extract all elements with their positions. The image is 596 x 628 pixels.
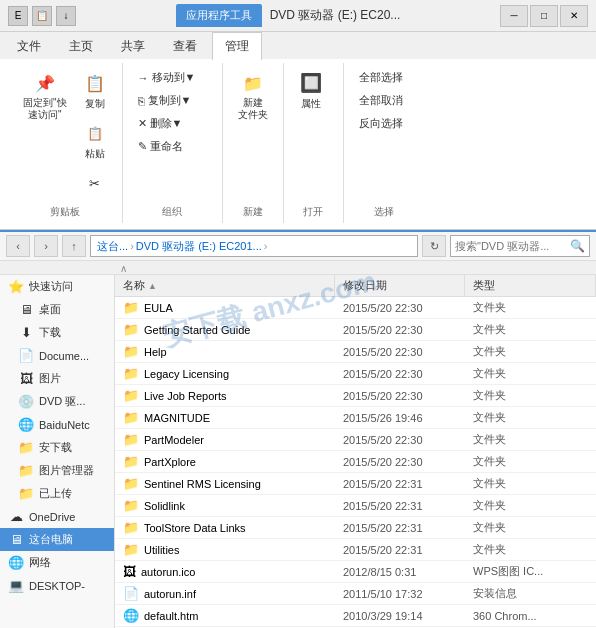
file-list: 名称 ▲ 修改日期 类型 📁 EULA 2015/5/20 22:30 文件夹 … <box>115 275 596 628</box>
delete-button[interactable]: ✕ 删除▼ <box>131 113 214 134</box>
rename-button[interactable]: ✎ 重命名 <box>131 136 214 157</box>
address-box[interactable]: 这台... › DVD 驱动器 (E:) EC201... › <box>90 235 418 257</box>
col-header-name[interactable]: 名称 ▲ <box>115 275 335 296</box>
file-type: WPS图图 IC... <box>465 564 596 579</box>
file-name: Legacy Licensing <box>144 368 229 380</box>
up-button[interactable]: ↑ <box>62 235 86 257</box>
col-header-date[interactable]: 修改日期 <box>335 275 465 296</box>
table-row[interactable]: 📄 autorun.inf 2011/5/10 17:32 安装信息 <box>115 583 596 605</box>
sidebar-label-desktop-pc: DESKTOP- <box>29 580 85 592</box>
tab-share[interactable]: 共享 <box>108 32 158 60</box>
address-sep-1: › <box>130 240 134 252</box>
maximize-button[interactable]: □ <box>530 5 558 27</box>
table-row[interactable]: 📁 ToolStore Data Links 2015/5/20 22:31 文… <box>115 517 596 539</box>
file-type: 文件夹 <box>465 520 596 535</box>
sidebar-item-onedrive[interactable]: ☁ OneDrive <box>0 505 114 528</box>
file-date: 2015/5/20 22:30 <box>335 368 465 380</box>
ribbon-content: 📌 固定到"快速访问" 📋 复制 📋 粘贴 ✂ <box>0 59 596 230</box>
table-row[interactable]: 📁 Solidlink 2015/5/20 22:31 文件夹 <box>115 495 596 517</box>
sidebar-item-baidu[interactable]: 🌐 BaiduNetc <box>0 413 114 436</box>
table-row[interactable]: 📁 Live Job Reports 2015/5/20 22:30 文件夹 <box>115 385 596 407</box>
sidebar-item-pictures[interactable]: 🖼 图片 <box>0 367 114 390</box>
minimize-button[interactable]: ─ <box>500 5 528 27</box>
close-button[interactable]: ✕ <box>560 5 588 27</box>
sidebar-item-documents[interactable]: 📄 Docume... <box>0 344 114 367</box>
file-date: 2015/5/20 22:30 <box>335 434 465 446</box>
paste-button[interactable]: 📋 粘贴 <box>76 117 114 165</box>
file-list-header: 名称 ▲ 修改日期 类型 <box>115 275 596 297</box>
table-row[interactable]: 🌐 default.htm 2010/3/29 19:14 360 Chrom.… <box>115 605 596 627</box>
table-row[interactable]: 📁 Legacy Licensing 2015/5/20 22:30 文件夹 <box>115 363 596 385</box>
thispc-icon: 🖥 <box>8 532 24 547</box>
paste-label: 粘贴 <box>85 147 105 161</box>
file-name: PartXplore <box>144 456 196 468</box>
copy-button[interactable]: 📋 复制 <box>76 67 114 115</box>
sidebar-label-pictures: 图片 <box>39 371 61 386</box>
sidebar-item-quick-access[interactable]: ⭐ 快速访问 <box>0 275 114 298</box>
sidebar-label-onedrive: OneDrive <box>29 511 75 523</box>
table-row[interactable]: 📁 PartModeler 2015/5/20 22:30 文件夹 <box>115 429 596 451</box>
file-name: MAGNITUDE <box>144 412 210 424</box>
properties-label: 属性 <box>301 97 321 111</box>
table-row[interactable]: 🖼 autorun.ico 2012/8/15 0:31 WPS图图 IC... <box>115 561 596 583</box>
copy-to-button[interactable]: ⎘ 复制到▼ <box>131 90 214 111</box>
tab-home[interactable]: 主页 <box>56 32 106 60</box>
quick-access-icon2[interactable]: ↓ <box>56 6 76 26</box>
back-button[interactable]: ‹ <box>6 235 30 257</box>
file-date: 2012/8/15 0:31 <box>335 566 465 578</box>
table-row[interactable]: 📁 Utilities 2015/5/20 22:31 文件夹 <box>115 539 596 561</box>
folder-icon: 📁 <box>123 322 139 337</box>
sidebar-item-desktop[interactable]: 🖥 桌面 <box>0 298 114 321</box>
network-icon: 🌐 <box>8 555 24 570</box>
file-type: 安装信息 <box>465 586 596 601</box>
invert-select-button[interactable]: 反向选择 <box>352 113 416 134</box>
sidebar-item-thispc[interactable]: 🖥 这台电脑 <box>0 528 114 551</box>
table-row[interactable]: 📁 Help 2015/5/20 22:30 文件夹 <box>115 341 596 363</box>
search-input[interactable] <box>455 240 567 252</box>
new-folder-icon: 📁 <box>241 71 265 95</box>
file-name: autorun.inf <box>144 588 196 600</box>
select-all-button[interactable]: 全部选择 <box>352 67 416 88</box>
tab-view[interactable]: 查看 <box>160 32 210 60</box>
move-to-button[interactable]: → 移动到▼ <box>131 67 214 88</box>
table-row[interactable]: 📁 PartXplore 2015/5/20 22:30 文件夹 <box>115 451 596 473</box>
sidebar-item-picmgr[interactable]: 📁 图片管理器 <box>0 459 114 482</box>
sidebar-item-network[interactable]: 🌐 网络 <box>0 551 114 574</box>
sidebar-label-andl: 安下载 <box>39 440 72 455</box>
pin-button[interactable]: 📌 固定到"快速访问" <box>16 67 74 125</box>
table-row[interactable]: 📁 MAGNITUDE 2015/5/26 19:46 文件夹 <box>115 407 596 429</box>
title-bar: E 📋 ↓ 应用程序工具 DVD 驱动器 (E:) EC20... ─ □ ✕ <box>0 0 596 32</box>
table-row[interactable]: 📁 Sentinel RMS Licensing 2015/5/20 22:31… <box>115 473 596 495</box>
app-tool-tab: 应用程序工具 <box>176 4 262 27</box>
sidebar-item-dvd[interactable]: 💿 DVD 驱... <box>0 390 114 413</box>
folder-icon: 📁 <box>123 388 139 403</box>
sidebar: ⭐ 快速访问 🖥 桌面 ⬇ 下载 📄 Docume... 🖼 图片 💿 DVD … <box>0 275 115 628</box>
deselect-all-button[interactable]: 全部取消 <box>352 90 416 111</box>
col-date-label: 修改日期 <box>343 278 387 293</box>
image-icon: 🖼 <box>123 564 136 579</box>
forward-button[interactable]: › <box>34 235 58 257</box>
window-title: DVD 驱动器 (E:) EC20... <box>270 7 401 24</box>
search-box[interactable]: 🔍 <box>450 235 590 257</box>
tab-file[interactable]: 文件 <box>4 32 54 60</box>
sidebar-item-andl[interactable]: 📁 安下载 <box>0 436 114 459</box>
tab-manage[interactable]: 管理 <box>212 32 262 60</box>
file-name: Help <box>144 346 167 358</box>
file-date: 2011/5/10 17:32 <box>335 588 465 600</box>
file-type: 文件夹 <box>465 300 596 315</box>
sidebar-item-uploaded[interactable]: 📁 已上传 <box>0 482 114 505</box>
col-header-type[interactable]: 类型 <box>465 275 596 296</box>
cut-button[interactable]: ✂ <box>76 167 114 199</box>
quick-access-icon[interactable]: 📋 <box>32 6 52 26</box>
table-row[interactable]: 📁 Getting Started Guide 2015/5/20 22:30 … <box>115 319 596 341</box>
refresh-button[interactable]: ↻ <box>422 235 446 257</box>
properties-button[interactable]: 🔲 属性 <box>292 67 330 115</box>
table-row[interactable]: 📁 EULA 2015/5/20 22:30 文件夹 <box>115 297 596 319</box>
sidebar-item-desktop-pc[interactable]: 💻 DESKTOP- <box>0 574 114 597</box>
sidebar-item-downloads[interactable]: ⬇ 下载 <box>0 321 114 344</box>
picmgr-icon: 📁 <box>18 463 34 478</box>
sidebar-label-desktop: 桌面 <box>39 302 61 317</box>
new-folder-button[interactable]: 📁 新建文件夹 <box>231 67 275 125</box>
file-type: 文件夹 <box>465 542 596 557</box>
ribbon-group-clipboard: 📌 固定到"快速访问" 📋 复制 📋 粘贴 ✂ <box>8 63 123 223</box>
